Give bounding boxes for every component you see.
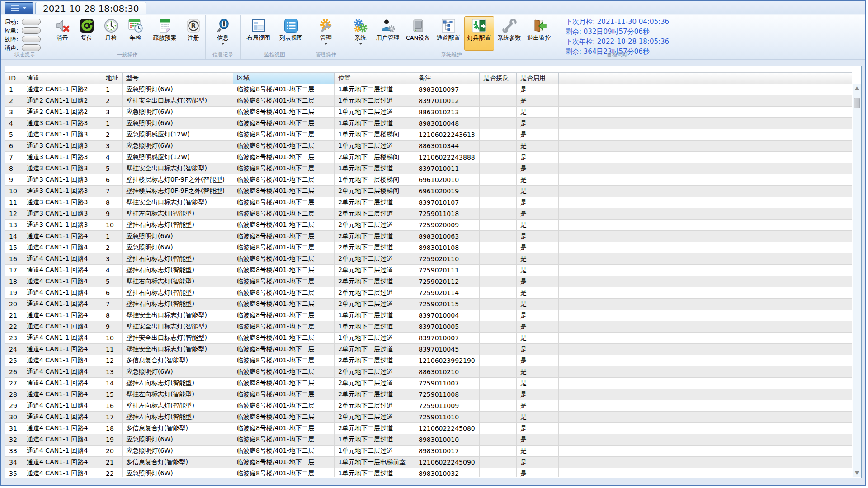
cell-是否启用[interactable]: 是 [517,412,559,422]
cell-地址[interactable]: 7 [102,299,123,310]
cell-ID[interactable]: 10 [5,186,23,197]
cell-备注[interactable]: 7259020110 [415,253,480,264]
info-button[interactable]: 信息 [210,16,236,51]
table-row-29[interactable]: 29通道4 CAN1-1 回路416壁挂左向标志灯(智能型)临波庭8号楼/401… [5,400,852,412]
cell-通道[interactable]: 通道4 CAN1-1 回路4 [23,253,102,264]
cell-备注[interactable]: 12106022245090 [415,457,480,468]
column-header-区域[interactable]: 区域 [233,73,335,84]
table-row-24[interactable]: 24通道4 CAN1-1 回路411壁挂安全出口标志灯(智能型)临波庭8号楼/4… [5,344,852,355]
table-row-5[interactable]: 5通道3 CAN1-1 回路32应急照明感应灯(12W)临波庭8号楼/401-地… [5,129,852,141]
user-management-button[interactable]: 用户管理 [373,16,403,51]
cell-位置[interactable]: 2单元地下二层过道 [335,220,415,230]
table-row-20[interactable]: 20通道4 CAN1-1 回路47壁挂右向标志灯(智能型)临波庭8号楼/401-… [5,299,852,310]
cell-型号[interactable]: 壁挂右向标志灯(智能型) [123,265,233,276]
table-row-8[interactable]: 8通道3 CAN1-1 回路35壁挂安全出口标志灯(智能型)临波庭8号楼/401… [5,163,852,174]
cell-型号[interactable]: 多信息复合灯(智能型) [123,355,233,366]
evacuation-plan-button[interactable]: 疏散预案 [148,16,182,51]
cell-备注[interactable]: 7259011007 [415,378,480,389]
cell-区域[interactable]: 临波庭8号楼/401-地下二层 [233,400,335,411]
cell-区域[interactable]: 临波庭8号楼/401-地下二层 [233,265,335,276]
cell-是否接反[interactable] [480,333,517,343]
cell-通道[interactable]: 通道4 CAN1-1 回路4 [23,287,102,298]
cell-地址[interactable]: 7 [102,186,123,197]
table-row-16[interactable]: 16通道4 CAN1-1 回路43壁挂右向标志灯(智能型)临波庭8号楼/401-… [5,253,852,265]
cell-地址[interactable]: 4 [102,152,123,163]
cell-是否启用[interactable]: 是 [517,321,559,332]
cell-区域[interactable]: 临波庭8号楼/401-地下二层 [233,220,335,230]
cell-是否启用[interactable]: 是 [517,197,559,208]
cell-通道[interactable]: 通道4 CAN1-1 回路4 [23,310,102,321]
cell-通道[interactable]: 通道4 CAN1-1 回路4 [23,423,102,434]
cell-是否接反[interactable] [480,321,517,332]
cell-型号[interactable]: 应急照明灯(6W) [123,118,233,129]
cell-区域[interactable]: 临波庭8号楼/401-地下二层 [233,163,335,174]
cell-型号[interactable]: 应急照明灯(6W) [123,107,233,117]
cell-区域[interactable]: 临波庭8号楼/401-地下二层 [233,412,335,422]
cell-区域[interactable]: 临波庭8号楼/401-地下二层 [233,321,335,332]
cell-位置[interactable]: 1单元地下二层过道 [335,107,415,117]
column-header-备注[interactable]: 备注 [415,73,480,84]
cell-ID[interactable]: 15 [5,242,23,253]
cell-ID[interactable]: 7 [5,152,23,163]
main-menu-button[interactable] [5,2,33,14]
cell-是否启用[interactable]: 是 [517,434,559,445]
cell-ID[interactable]: 19 [5,287,23,298]
cell-备注[interactable]: 6961020019 [415,186,480,197]
cell-地址[interactable]: 18 [102,423,123,434]
cell-区域[interactable]: 临波庭8号楼/401-地下二层 [233,231,335,242]
cell-通道[interactable]: 通道4 CAN1-1 回路4 [23,468,102,477]
cell-是否启用[interactable]: 是 [517,400,559,411]
table-row-7[interactable]: 7通道3 CAN1-1 回路34应急照明感应灯(12W)临波庭8号楼/401-地… [5,152,852,163]
cell-位置[interactable]: 2单元地下二层过道 [335,355,415,366]
table-row-6[interactable]: 6通道3 CAN1-1 回路33应急照明灯(6W)临波庭8号楼/401-地下二层… [5,141,852,152]
cell-备注[interactable]: 12106022243888 [415,152,480,163]
cell-是否启用[interactable]: 是 [517,186,559,197]
cell-通道[interactable]: 通道4 CAN1-1 回路4 [23,242,102,253]
cell-位置[interactable]: 1单元地下二层过道 [335,141,415,151]
column-header-ID[interactable]: ID [5,73,23,84]
cell-是否启用[interactable]: 是 [517,141,559,151]
table-row-11[interactable]: 11通道3 CAN1-1 回路38壁挂安全出口标志灯(智能型)临波庭8号楼/40… [5,197,852,208]
cell-区域[interactable]: 临波庭8号楼/401-地下二层 [233,468,335,477]
cell-位置[interactable]: 2单元地下二层过道 [335,299,415,310]
cell-型号[interactable]: 壁挂安全出口标志灯(智能型) [123,344,233,355]
scroll-up-arrow[interactable]: ▲ [853,84,861,92]
cell-是否接反[interactable] [480,344,517,355]
cell-地址[interactable]: 2 [102,129,123,140]
cell-通道[interactable]: 通道4 CAN1-1 回路4 [23,434,102,445]
cell-是否接反[interactable] [480,400,517,411]
cell-通道[interactable]: 通道4 CAN1-1 回路4 [23,389,102,400]
cell-通道[interactable]: 通道4 CAN1-1 回路4 [23,457,102,468]
cell-备注[interactable]: 7259011018 [415,208,480,219]
cell-是否接反[interactable] [480,468,517,477]
cell-是否启用[interactable]: 是 [517,299,559,310]
list-view-button[interactable]: 列表视图 [275,16,307,51]
cell-地址[interactable]: 3 [102,141,123,151]
cell-备注[interactable]: 8397010045 [415,344,480,355]
cell-型号[interactable]: 壁挂左向标志灯(智能型) [123,378,233,389]
table-row-1[interactable]: 1通道2 CAN1-1 回路21应急照明灯(6W)临波庭8号楼/401-地下二层… [5,84,852,95]
cell-ID[interactable]: 5 [5,129,23,140]
table-row-27[interactable]: 27通道4 CAN1-1 回路414壁挂左向标志灯(智能型)临波庭8号楼/401… [5,378,852,389]
column-header-通道[interactable]: 通道 [23,73,102,84]
cell-备注[interactable]: 12106022245080 [415,423,480,434]
table-row-12[interactable]: 12通道3 CAN1-1 回路39壁挂左向标志灯(智能型)临波庭8号楼/401-… [5,208,852,220]
cell-是否接反[interactable] [480,434,517,445]
lamp-config-button[interactable]: 灯具配置 [464,16,494,51]
cell-是否启用[interactable]: 是 [517,152,559,163]
cell-位置[interactable]: 2单元地下二层过道 [335,389,415,400]
cell-是否启用[interactable]: 是 [517,344,559,355]
cell-区域[interactable]: 临波庭8号楼/401-地下二层 [233,378,335,389]
cell-地址[interactable]: 20 [102,446,123,456]
cell-备注[interactable]: 8983010010 [415,434,480,445]
cell-备注[interactable]: 8983010048 [415,118,480,129]
cell-位置[interactable]: 2单元地下二层过道 [335,197,415,208]
can-device-button[interactable]: CAN设备 [404,16,433,51]
cell-是否启用[interactable]: 是 [517,389,559,400]
cell-是否启用[interactable]: 是 [517,107,559,117]
cell-通道[interactable]: 通道4 CAN1-1 回路4 [23,366,102,377]
cell-通道[interactable]: 通道4 CAN1-1 回路4 [23,231,102,242]
cell-ID[interactable]: 33 [5,446,23,456]
cell-型号[interactable]: 壁挂右向标志灯(智能型) [123,287,233,298]
cell-ID[interactable]: 13 [5,220,23,230]
